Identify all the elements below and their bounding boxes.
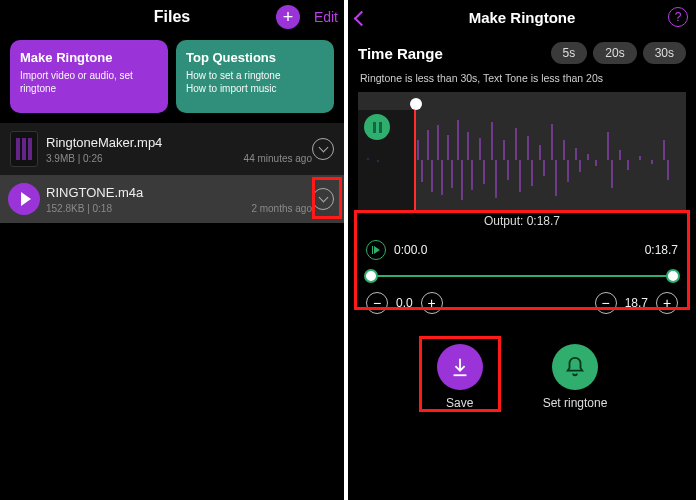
bell-icon [564,356,586,378]
file-row[interactable]: RingtoneMaker.mp4 3.9MB | 0:26 44 minute… [0,123,344,175]
file-meta: 3.9MB | 0:26 [46,153,103,164]
trim-knob-left[interactable] [364,269,378,283]
file-name: RingtoneMaker.mp4 [46,135,312,150]
hint-text: Ringtone is less than 30s, Text Tone is … [348,68,696,92]
trim-start-val: 0.0 [396,296,413,310]
chevron-down-icon[interactable] [312,188,334,210]
files-title: Files [154,8,190,26]
preset-5s[interactable]: 5s [551,42,588,64]
card-title: Top Questions [186,50,324,65]
file-row[interactable]: RINGTONE.m4a 152.8KB | 0:18 2 months ago [0,175,344,223]
time-range-label: Time Range [358,45,545,62]
set-ringtone-label: Set ringtone [543,396,608,410]
trim-start-time: 0:00.0 [394,243,427,257]
waveform[interactable] [358,92,686,210]
card-sub: How to set a ringtone How to import musi… [186,69,324,95]
trim-slider[interactable] [368,266,676,286]
minus-icon[interactable]: − [366,292,388,314]
minus-icon[interactable]: − [595,292,617,314]
preset-20s[interactable]: 20s [593,42,636,64]
output-text: Output: 0:18.7 [348,210,696,230]
chevron-down-icon[interactable] [312,138,334,160]
file-meta: 152.8KB | 0:18 [46,203,112,214]
range-handle[interactable] [410,98,422,110]
playhead[interactable] [414,110,416,210]
add-button[interactable]: + [276,5,300,29]
file-ago: 44 minutes ago [244,153,312,164]
file-name: RINGTONE.m4a [46,185,312,200]
preset-30s[interactable]: 30s [643,42,686,64]
plus-icon[interactable]: + [656,292,678,314]
card-top-questions[interactable]: Top Questions How to set a ringtone How … [176,40,334,113]
save-button[interactable] [437,344,483,390]
trim-end-val: 18.7 [625,296,648,310]
edit-button[interactable]: Edit [314,9,338,25]
pause-icon[interactable] [364,114,390,140]
save-label: Save [446,396,473,410]
back-icon[interactable] [356,8,367,29]
plus-icon[interactable]: + [421,292,443,314]
card-title: Make Ringtone [20,50,158,65]
download-icon [449,356,471,378]
play-icon[interactable] [8,183,40,215]
video-thumb-icon [10,131,38,167]
card-sub: Import video or audio, set ringtone [20,69,158,95]
page-title: Make Ringtone [469,9,576,26]
set-ringtone-button[interactable] [552,344,598,390]
file-ago: 2 months ago [251,203,312,214]
card-make-ringtone[interactable]: Make Ringtone Import video or audio, set… [10,40,168,113]
skip-start-icon[interactable] [366,240,386,260]
trim-end-time: 0:18.7 [645,243,678,257]
help-icon[interactable]: ? [668,7,688,27]
trim-knob-right[interactable] [666,269,680,283]
trim-panel: 0:00.0 0:18.7 − 0.0 + − 18.7 + [356,232,688,326]
